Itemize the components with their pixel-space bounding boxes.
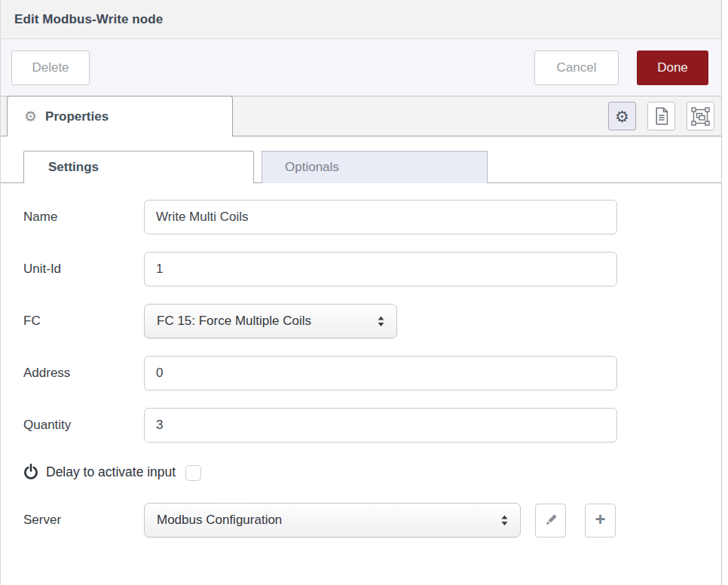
address-label: Address: [23, 366, 144, 381]
quantity-label: Quantity: [23, 418, 144, 433]
name-label: Name: [23, 210, 144, 225]
fc-row: FC FC 15: Force Multiple Coils: [23, 304, 721, 338]
dialog-button-bar: Delete Cancel Done: [1, 39, 721, 96]
properties-icon-button[interactable]: ⚙: [608, 102, 636, 130]
tab-optionals[interactable]: Optionals: [262, 151, 488, 183]
delay-checkbox[interactable]: [185, 465, 201, 481]
select-arrows-icon: [500, 515, 509, 526]
appearance-icon: [691, 107, 710, 126]
server-row: Server Modbus Configuration: [23, 503, 721, 538]
fc-select-value: FC 15: Force Multiple Coils: [157, 314, 311, 329]
server-label: Server: [23, 513, 144, 528]
quantity-input[interactable]: [144, 408, 617, 443]
editor-tab-row: ⚙ Properties ⚙: [1, 96, 721, 136]
document-icon: [654, 107, 669, 125]
address-row: Address: [23, 356, 721, 391]
power-icon: [23, 464, 38, 480]
add-server-button[interactable]: +: [585, 504, 616, 538]
edit-server-button[interactable]: [535, 504, 566, 538]
pencil-icon: [543, 513, 558, 528]
dialog-header: Edit Modbus-Write node: [1, 0, 721, 39]
unit-id-label: Unit-Id: [23, 262, 144, 277]
delay-row: Delay to activate input: [23, 462, 721, 482]
server-select-value: Modbus Configuration: [157, 513, 282, 528]
plus-icon: +: [595, 510, 605, 528]
quantity-row: Quantity: [23, 408, 721, 443]
cancel-button[interactable]: Cancel: [534, 51, 619, 85]
editor-icon-group: ⚙: [608, 102, 714, 130]
fc-select[interactable]: FC 15: Force Multiple Coils: [144, 304, 397, 338]
delay-label: Delay to activate input: [46, 464, 176, 480]
gear-icon: ⚙: [615, 109, 629, 124]
properties-panel: Settings Optionals Name Unit-Id FC FC 15…: [1, 151, 721, 538]
edit-node-dialog: Edit Modbus-Write node Delete Cancel Don…: [0, 0, 722, 585]
tab-properties[interactable]: ⚙ Properties: [7, 96, 233, 136]
settings-tab-row: Settings Optionals: [1, 151, 721, 183]
gear-icon: ⚙: [24, 109, 37, 124]
server-select[interactable]: Modbus Configuration: [144, 503, 521, 538]
unit-id-row: Unit-Id: [23, 252, 721, 286]
dialog-title: Edit Modbus-Write node: [14, 12, 163, 27]
name-input[interactable]: [144, 200, 617, 234]
appearance-icon-button[interactable]: [687, 102, 714, 130]
properties-tab-label: Properties: [45, 109, 109, 124]
tab-settings[interactable]: Settings: [23, 151, 254, 183]
name-row: Name: [23, 200, 721, 234]
description-icon-button[interactable]: [647, 102, 675, 130]
settings-form: Name Unit-Id FC FC 15: Force Multiple Co…: [1, 183, 721, 443]
fc-label: FC: [23, 314, 144, 329]
unit-id-input[interactable]: [144, 252, 617, 286]
address-input[interactable]: [144, 356, 617, 391]
select-arrows-icon: [377, 316, 385, 327]
delete-button[interactable]: Delete: [11, 51, 90, 85]
done-button[interactable]: Done: [637, 51, 708, 85]
